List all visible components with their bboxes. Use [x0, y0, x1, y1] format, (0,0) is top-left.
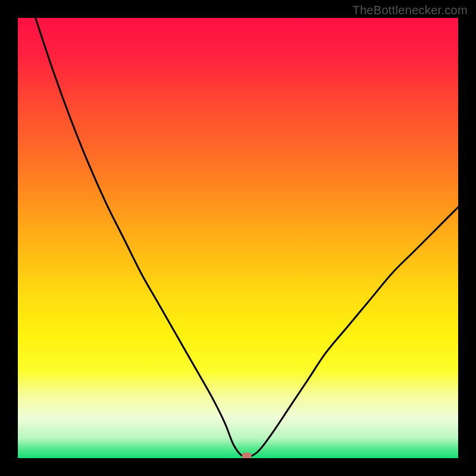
- gradient-background: [18, 18, 458, 458]
- watermark-label: TheBottlenecker.com: [352, 4, 468, 17]
- plot-area: [18, 18, 458, 458]
- optimum-marker: [242, 453, 252, 458]
- chart-frame: TheBottlenecker.com: [0, 0, 476, 476]
- bottleneck-chart: [18, 18, 458, 458]
